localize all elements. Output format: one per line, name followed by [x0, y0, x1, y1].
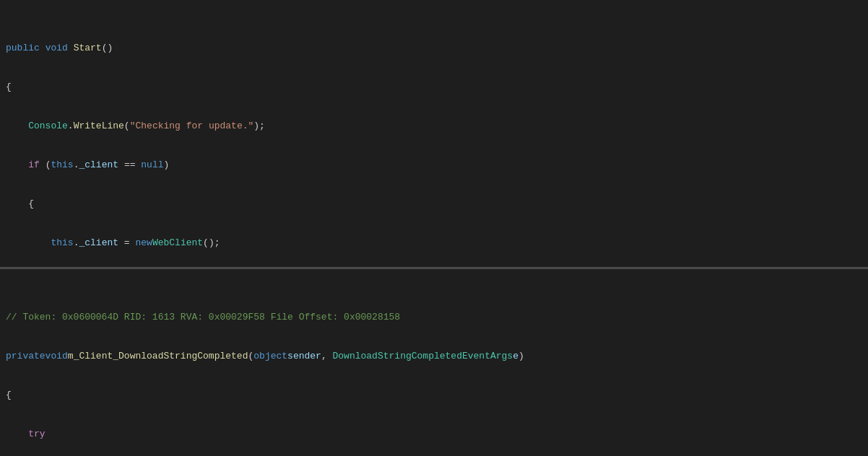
- code-section-top: public void Start() { Console.WriteLine(…: [0, 0, 868, 267]
- line-b4: try: [0, 428, 868, 441]
- line-text: public void Start(): [6, 42, 113, 55]
- code-section-bottom: // Token: 0x0600064D RID: 1613 RVA: 0x00…: [0, 269, 868, 455]
- line-3: Console.WriteLine("Checking for update."…: [0, 120, 868, 133]
- line-b2: private void m_Client_DownloadStringComp…: [0, 350, 868, 363]
- code-content-bottom: // Token: 0x0600064D RID: 1613 RVA: 0x00…: [0, 269, 868, 455]
- line-1: public void Start(): [0, 42, 868, 55]
- line-2: {: [0, 81, 868, 94]
- line-5: {: [0, 198, 868, 211]
- line-b3: {: [0, 389, 868, 402]
- code-editor: public void Start() { Console.WriteLine(…: [0, 0, 868, 456]
- line-4: if (this._client == null): [0, 159, 868, 172]
- line-6: this._client = new WebClient();: [0, 237, 868, 250]
- line-b1: // Token: 0x0600064D RID: 1613 RVA: 0x00…: [0, 311, 868, 324]
- code-content-top: public void Start() { Console.WriteLine(…: [0, 0, 868, 267]
